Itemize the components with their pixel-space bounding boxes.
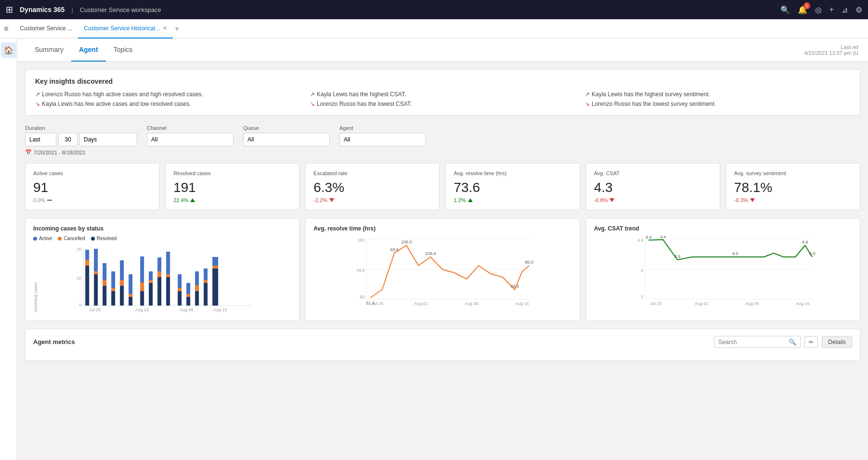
brand-name: Dynamics 365: [20, 6, 65, 13]
filters-row: Duration Last Previous Days Weeks Months: [25, 125, 860, 155]
svg-rect-28: [149, 271, 153, 280]
svg-text:100: 100: [357, 238, 364, 243]
duration-period-select[interactable]: Days Weeks Months: [79, 133, 137, 146]
pencil-button[interactable]: ✏: [804, 336, 818, 348]
kpi-active-cases-value: 91: [33, 180, 151, 195]
svg-text:4.0: 4.0: [809, 251, 816, 256]
insight-arrow-up-0: ↗: [35, 91, 40, 98]
kpi-survey-sentiment-value: 78.1%: [734, 180, 852, 195]
waffle-icon[interactable]: ⊞: [6, 4, 13, 15]
arrow-down-icon-escalated: [329, 198, 334, 202]
duration-type-select[interactable]: Last Previous: [25, 133, 56, 146]
kpi-active-cases-title: Active cases: [33, 170, 151, 176]
svg-text:106.0: 106.0: [401, 240, 412, 244]
legend-dot-resolved: [91, 237, 95, 241]
resolve-time-chart: Avg. resolve time (hrs) 100 74.5 50: [305, 218, 580, 321]
svg-text:93.6: 93.6: [390, 247, 399, 252]
circle-icon[interactable]: ◎: [815, 5, 822, 14]
kpi-survey-sentiment-title: Avg. survey sentiment: [734, 170, 852, 176]
svg-rect-23: [140, 291, 144, 306]
channel-label: Channel: [147, 125, 233, 131]
svg-text:Aug 01: Aug 01: [135, 307, 149, 312]
csat-trend-chart: Avg. CSAT trend 4.4 4 2: [586, 218, 860, 321]
insight-item-0: ↗ Lorenzo Russo has high active cases an…: [35, 91, 300, 98]
add-tab-button[interactable]: +: [175, 25, 179, 33]
details-button[interactable]: Details: [822, 336, 852, 348]
tab-customer-service[interactable]: Customer Service ...: [14, 19, 78, 38]
agent-search-input[interactable]: [718, 339, 786, 345]
tab-summary[interactable]: Summary: [27, 38, 71, 62]
svg-rect-41: [195, 291, 199, 306]
notification-bell[interactable]: 🔔 1: [798, 5, 807, 14]
svg-rect-49: [212, 257, 218, 266]
svg-rect-10: [94, 249, 98, 271]
svg-rect-40: [186, 283, 190, 294]
filter-agent: Agent All: [339, 125, 426, 146]
svg-rect-20: [129, 297, 132, 306]
incoming-cases-title: Incoming cases by status: [33, 225, 291, 232]
insight-item-4: ↗ Kayla Lewis has the highest survey sen…: [585, 91, 850, 98]
svg-text:0: 0: [79, 303, 81, 307]
tab-bar: ≡ Customer Service ... Customer Service …: [0, 19, 868, 38]
settings-icon[interactable]: ⚙: [855, 5, 862, 14]
kpi-resolved-cases-value: 191: [173, 180, 291, 195]
svg-rect-5: [85, 266, 89, 306]
svg-rect-6: [85, 260, 89, 266]
svg-rect-32: [166, 277, 170, 306]
tab-topics[interactable]: Topics: [106, 38, 141, 62]
tab-close-button[interactable]: ✕: [163, 25, 167, 31]
svg-rect-38: [186, 297, 190, 306]
main-content: Summary Agent Topics Last ref 4/21/2021 …: [17, 38, 868, 460]
svg-text:Aug 08: Aug 08: [745, 301, 759, 306]
svg-text:Jul 25: Jul 25: [372, 301, 383, 306]
arrow-up-icon: [190, 198, 195, 202]
insight-item-1: ↘ Kayla Lewis has few active cases and l…: [35, 101, 300, 107]
queue-select[interactable]: All: [243, 133, 330, 146]
insight-arrow-down-3: ↘: [310, 101, 315, 107]
tab-historical[interactable]: Customer Service Historical... ✕: [78, 19, 173, 38]
queue-controls: All: [243, 133, 330, 146]
svg-rect-48: [212, 266, 218, 268]
agent-metrics-title: Agent metrics: [33, 338, 75, 345]
agent-search-box[interactable]: 🔍: [714, 336, 801, 348]
insight-arrow-down-5: ↘: [585, 101, 590, 107]
legend-cancelled: Cancelled: [58, 236, 85, 241]
resolve-time-chart-area: 100 74.5 50: [313, 236, 571, 309]
add-icon[interactable]: +: [829, 5, 834, 14]
tab-agent[interactable]: Agent: [71, 38, 106, 62]
kpi-survey-sentiment-change: -0.3%: [734, 197, 852, 203]
svg-text:4: 4: [641, 268, 643, 273]
channel-select[interactable]: All: [147, 133, 233, 146]
svg-rect-14: [111, 291, 115, 306]
svg-text:109.4: 109.4: [425, 251, 436, 256]
bar-chart-svg: 20 10 0: [33, 245, 291, 312]
insight-item-5: ↘ Lorenzo Russo has the lowest survey se…: [585, 101, 850, 107]
queue-label: Queue: [243, 125, 330, 131]
last-refresh: Last ref 4/21/2021 12:07 pm (U: [804, 44, 858, 56]
agent-select[interactable]: All: [339, 133, 426, 146]
svg-text:Jul 25: Jul 25: [89, 307, 101, 312]
svg-text:74.5: 74.5: [356, 268, 365, 273]
svg-text:4.4: 4.4: [637, 238, 643, 243]
search-icon[interactable]: 🔍: [780, 5, 790, 14]
filter-icon[interactable]: ⊿: [842, 5, 848, 14]
svg-rect-35: [178, 291, 181, 306]
svg-text:4.0: 4.0: [732, 251, 738, 256]
svg-rect-36: [178, 288, 181, 291]
kpi-escalated-rate-title: Escalated rate: [313, 170, 431, 176]
hamburger-menu[interactable]: ≡: [4, 25, 8, 33]
kpi-resolve-time-value: 73.6: [453, 180, 571, 195]
insights-card: Key insights discovered ↗ Lorenzo Russo …: [25, 69, 860, 115]
main-layout: 🏠 Summary Agent Topics Last ref 4/21/202…: [0, 38, 868, 460]
charts-row: Incoming cases by status Active Cancelle…: [25, 218, 860, 321]
page-header: Summary Agent Topics Last ref 4/21/2021 …: [17, 38, 868, 62]
insight-item-3: ↘ Lorenzo Russo has the lowest CSAT.: [310, 101, 575, 107]
kpi-resolve-time: Avg. resolve time (hrs) 73.6 1.2%: [445, 163, 580, 210]
svg-rect-21: [129, 294, 132, 297]
sidebar-home-icon[interactable]: 🏠: [1, 42, 16, 58]
svg-rect-25: [140, 256, 144, 282]
resolve-time-title: Avg. resolve time (hrs): [313, 225, 571, 232]
search-icon: 🔍: [789, 338, 796, 345]
duration-number-input[interactable]: [58, 133, 78, 146]
svg-rect-34: [166, 252, 170, 274]
